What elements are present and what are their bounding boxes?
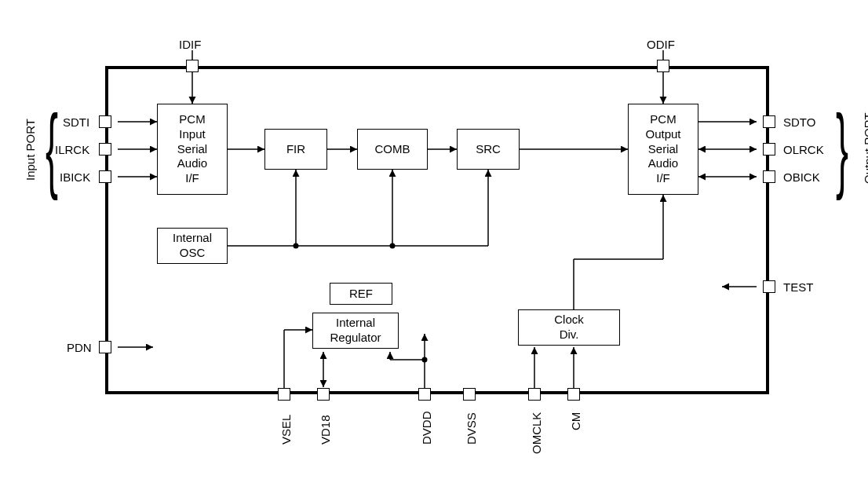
label-idif: IDIF <box>179 38 201 51</box>
label-test: TEST <box>783 280 813 294</box>
pin-omclk <box>528 388 541 401</box>
label-omclk: OMCLK <box>530 412 543 454</box>
label-olrck: OLRCK <box>783 143 824 156</box>
pin-dvss <box>463 388 476 401</box>
label-cm: CM <box>569 412 582 430</box>
block-diagram: PCM Input Serial Audio I/F FIR COMB SRC … <box>0 0 868 494</box>
label-obick: OBICK <box>783 170 820 184</box>
pin-idif <box>186 60 199 72</box>
label-input-port: Input PORT <box>24 119 37 181</box>
pin-vd18 <box>317 388 330 401</box>
brace-input: { <box>46 101 58 195</box>
pin-sdti <box>99 115 111 128</box>
pin-odif <box>657 60 669 72</box>
label-vsel: VSEL <box>279 415 293 445</box>
label-dvss: DVSS <box>465 412 478 445</box>
pin-ilrck <box>99 143 111 156</box>
label-odif: ODIF <box>647 38 675 51</box>
label-dvdd: DVDD <box>420 411 433 445</box>
pin-vsel <box>278 388 290 401</box>
wires <box>0 0 868 494</box>
block-ref: REF <box>330 283 392 305</box>
label-ilrck: ILRCK <box>55 143 89 156</box>
label-ibick: IBICK <box>60 170 90 184</box>
block-pcm-output: PCM Output Serial Audio I/F <box>628 104 698 195</box>
pin-cm <box>567 388 580 401</box>
brace-output: } <box>836 101 848 195</box>
pin-olrck <box>763 143 775 156</box>
pin-obick <box>763 170 775 183</box>
label-sdti: SDTI <box>63 115 89 129</box>
label-output-port: Output PORT <box>862 112 868 184</box>
pin-dvdd <box>418 388 431 401</box>
pin-test <box>763 280 775 293</box>
block-fir: FIR <box>264 129 327 170</box>
block-clock-div: Clock Div. <box>518 309 620 346</box>
pin-pdn <box>99 341 111 353</box>
label-sdto: SDTO <box>783 115 815 129</box>
pin-ibick <box>99 170 111 183</box>
pin-sdto <box>763 115 775 128</box>
block-internal-osc: Internal OSC <box>157 228 228 264</box>
label-pdn: PDN <box>67 341 92 354</box>
block-comb: COMB <box>357 129 428 170</box>
block-pcm-input: PCM Input Serial Audio I/F <box>157 104 228 195</box>
label-vd18: VD18 <box>319 415 332 445</box>
block-src: SRC <box>457 129 520 170</box>
block-internal-regulator: Internal Regulator <box>312 313 399 349</box>
